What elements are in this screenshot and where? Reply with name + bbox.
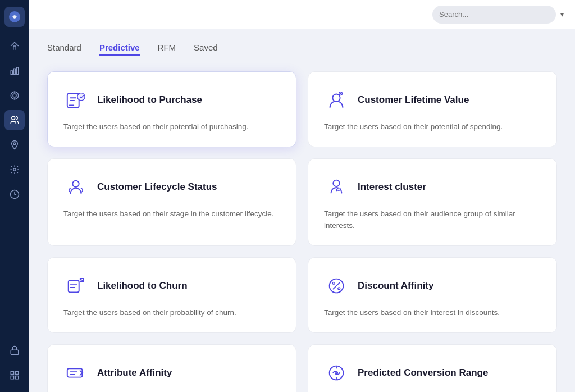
card-interest-cluster[interactable]: Interest cluster Target the users based … <box>308 158 557 246</box>
svg-rect-3 <box>17 67 19 75</box>
card-description: Target the users based on their stage in… <box>63 208 280 220</box>
content-area: Standard Predictive RFM Saved <box>29 29 575 392</box>
sidebar-item-clock[interactable] <box>4 184 25 204</box>
card-title: Customer Lifetime Value <box>358 94 469 106</box>
card-discount-affinity[interactable]: Discount Affinity Target the users based… <box>308 257 557 333</box>
sidebar-item-users[interactable] <box>4 110 25 130</box>
card-header: Customer Lifecycle Status <box>63 175 280 199</box>
card-title: Attribute Affinity <box>97 367 172 379</box>
card-header: Likelihood to Purchase <box>63 88 280 112</box>
card-predicted-conversion-range[interactable]: Predicted Conversion Range Target the us… <box>308 344 557 392</box>
card-description: Target the users based on their potentia… <box>324 121 541 133</box>
svg-point-8 <box>12 116 15 120</box>
svg-point-9 <box>13 143 16 145</box>
svg-point-26 <box>338 288 340 290</box>
card-header: Likelihood to Churn <box>63 274 280 298</box>
sidebar-item-target[interactable] <box>4 85 25 106</box>
card-title: Discount Affinity <box>358 280 433 291</box>
sidebar-item-lock[interactable] <box>4 340 25 361</box>
sidebar-item-settings[interactable] <box>4 159 25 180</box>
svg-point-19 <box>332 94 340 102</box>
sidebar-item-grid[interactable] <box>4 365 25 385</box>
svg-rect-14 <box>16 371 19 374</box>
lifecycle-icon <box>63 175 88 199</box>
card-description: Target the users based on their potentia… <box>63 121 280 133</box>
attribute-icon <box>63 361 88 385</box>
svg-point-18 <box>77 93 85 101</box>
card-likelihood-to-purchase[interactable]: Likelihood to Purchase Target the users … <box>47 71 296 147</box>
sidebar-logo[interactable] <box>4 7 25 27</box>
purchase-icon <box>63 88 88 112</box>
sidebar <box>0 0 29 392</box>
card-header: Interest cluster <box>324 175 541 199</box>
svg-rect-27 <box>67 368 83 377</box>
svg-rect-13 <box>11 371 13 374</box>
card-description: Target the users based on their probabil… <box>63 307 280 319</box>
card-title: Customer Lifecycle Status <box>97 181 217 193</box>
svg-rect-23 <box>69 280 79 292</box>
svg-rect-1 <box>11 71 12 75</box>
card-likelihood-to-churn[interactable]: Likelihood to Churn Target the users bas… <box>47 257 296 333</box>
card-header: Predicted Conversion Range <box>324 361 541 385</box>
search-input[interactable] <box>432 6 556 24</box>
header: ▾ <box>29 0 575 29</box>
card-header: Attribute Affinity <box>63 361 280 385</box>
svg-point-25 <box>332 282 335 284</box>
card-title: Interest cluster <box>358 181 426 193</box>
cards-grid: Likelihood to Purchase Target the users … <box>47 71 557 392</box>
dropdown-icon[interactable]: ▾ <box>560 11 564 19</box>
svg-point-21 <box>72 181 79 187</box>
card-customer-lifetime-value[interactable]: Customer Lifetime Value Target the users… <box>308 71 557 147</box>
sidebar-item-home[interactable] <box>4 36 25 56</box>
conversion-icon <box>324 361 349 385</box>
tab-standard[interactable]: Standard <box>47 43 81 56</box>
svg-point-22 <box>333 180 339 186</box>
discount-icon <box>324 274 349 298</box>
lifetime-icon <box>324 88 349 112</box>
tab-rfm[interactable]: RFM <box>158 43 176 56</box>
interest-icon <box>324 175 349 199</box>
card-description: Target the users based on their audience… <box>324 208 541 232</box>
card-title: Likelihood to Purchase <box>97 94 202 106</box>
svg-rect-15 <box>11 376 13 379</box>
sidebar-item-pin[interactable] <box>4 135 25 155</box>
sidebar-item-chart[interactable] <box>4 61 25 81</box>
tab-predictive[interactable]: Predictive <box>99 43 140 56</box>
svg-rect-16 <box>16 376 19 379</box>
svg-rect-2 <box>14 69 16 75</box>
card-title: Predicted Conversion Range <box>358 367 488 379</box>
main-content: ▾ Standard Predictive RFM Saved <box>29 0 575 392</box>
card-header: Customer Lifetime Value <box>324 88 541 112</box>
svg-point-10 <box>13 168 16 171</box>
card-description: Target the users based on their interest… <box>324 307 541 319</box>
svg-rect-12 <box>11 350 19 354</box>
card-title: Likelihood to Churn <box>97 280 188 291</box>
card-customer-lifecycle-status[interactable]: Customer Lifecycle Status Target the use… <box>47 158 296 246</box>
svg-point-5 <box>13 94 16 97</box>
tab-bar: Standard Predictive RFM Saved <box>47 43 557 56</box>
tab-saved[interactable]: Saved <box>194 43 218 56</box>
churn-icon <box>63 274 88 298</box>
card-attribute-affinity[interactable]: Attribute Affinity Target the users base… <box>47 344 296 392</box>
card-header: Discount Affinity <box>324 274 541 298</box>
